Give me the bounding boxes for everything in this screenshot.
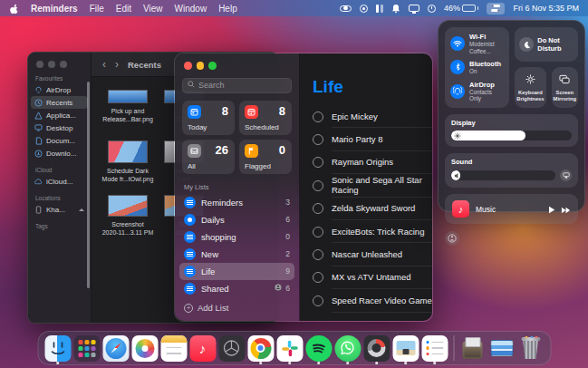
stats-wheel-icon[interactable] [360,5,368,13]
file-item[interactable]: Screenshot2020-11...3.11 PM [101,195,154,237]
back-button[interactable]: ‹ [102,58,106,71]
finder-window-controls[interactable] [28,53,91,68]
reminder-row[interactable]: Sonic and Sega All Star Racing [313,174,432,197]
sidebar-item-device[interactable]: Kha... [31,203,88,216]
menu-edit[interactable]: Edit [116,4,131,14]
sound-slider[interactable] [451,170,555,180]
complete-circle[interactable] [313,111,323,122]
menu-window[interactable]: Window [175,4,207,14]
music-app-icon[interactable]: ♪ [452,200,469,218]
screen-mirroring-control[interactable]: Screen Mirroring [552,67,578,108]
today-icon [188,105,201,119]
reminder-row[interactable]: Mario Party 8 [313,128,432,150]
list-item-dailys[interactable]: Dailys6 [179,211,294,228]
reminder-row[interactable]: Rayman Origins [313,151,432,174]
columns-icon[interactable] [376,5,383,13]
sidebar-item-desktop[interactable]: Desktop [31,121,88,134]
sidebar-toggle-icon[interactable] [340,5,352,12]
next-track-button[interactable] [561,201,571,218]
control-center-icon[interactable] [487,3,505,15]
dock-item-reminders[interactable] [421,335,448,362]
dock-item-trash[interactable] [517,335,544,362]
reminder-row[interactable]: Zelda Skyward Sword [313,198,432,220]
do-not-disturb-control[interactable]: Do Not Disturb [515,27,578,62]
sidebar-item-icloud-drive[interactable]: iCloud... [31,175,88,188]
list-item-shopping[interactable]: shopping0 [179,228,294,246]
menu-file[interactable]: File [90,4,104,14]
smart-list-all[interactable]: 26 All [182,140,235,174]
complete-circle[interactable] [313,134,323,145]
sidebar-item-documents[interactable]: Docum... [31,134,88,147]
wifi-icon[interactable] [450,36,465,51]
eject-icon[interactable] [79,208,84,211]
smart-list-scheduled[interactable]: 8 Scheduled [239,101,292,135]
dock-item-documents-window[interactable] [488,335,515,362]
dock-item-launchpad[interactable] [73,335,100,362]
apple-menu-icon[interactable] [9,3,19,15]
menu-help[interactable]: Help [218,4,237,14]
list-item-life[interactable]: Life9 [179,263,294,280]
reminder-row[interactable]: ExciteBots: Trick Racing [313,220,432,243]
search-input[interactable]: Search [182,78,292,93]
dock-item-music[interactable]: ♪ [189,335,216,362]
dock-item-chrome[interactable] [247,335,274,362]
time-machine-icon[interactable] [428,5,436,13]
dock-item-preview[interactable] [392,335,419,362]
add-list-button[interactable]: +Add List [184,303,228,313]
dock-item-safari[interactable] [102,335,129,362]
plus-icon: + [184,304,193,313]
dock-item-whatsapp[interactable] [334,335,361,362]
dock-item-downloads-stack[interactable] [459,335,486,362]
battery-indicator[interactable]: 46% [444,4,479,13]
airdrop-icon[interactable] [450,84,465,99]
complete-circle[interactable] [313,157,323,168]
sidebar-item-applications[interactable]: Applica... [31,109,88,121]
file-item[interactable]: Pick up andRelease...Bar.png [101,90,154,124]
reminder-row[interactable]: Epic Mickey [313,105,432,128]
display-menu-icon[interactable] [409,5,419,12]
reminders-window-controls[interactable] [175,53,299,70]
file-item[interactable]: Schedule DarkMode fr...tOwl.png [101,140,154,184]
complete-circle[interactable] [313,180,323,191]
sidebar-item-airdrop[interactable]: AirDrop [31,83,88,96]
dock-item-ring-chart-app[interactable] [363,335,390,362]
bluetooth-control[interactable]: BluetoothOn [450,60,504,75]
complete-circle[interactable] [313,295,323,306]
dock-item-spotify[interactable] [305,335,332,362]
wifi-control[interactable]: Wi-FiModernist Coffee... [450,33,504,54]
dock-item-finder[interactable] [44,335,71,362]
list-item-reminders[interactable]: Reminders3 [179,194,294,211]
dock-item-photos[interactable] [131,335,158,362]
display-slider[interactable] [451,131,572,140]
complete-circle[interactable] [313,249,323,260]
chrome-icon [247,335,274,362]
list-item-new[interactable]: New2 [179,246,294,263]
sidebar-item-recents[interactable]: Recents [31,96,88,109]
dock-item-slack[interactable] [276,335,303,362]
accessibility-shortcuts-button[interactable] [445,231,459,246]
complete-circle[interactable] [313,203,323,214]
sidebar-item-downloads[interactable]: Downlo... [31,147,88,160]
reminder-row[interactable]: MX vs ATV Untamed [313,266,432,289]
bluetooth-icon[interactable] [450,60,465,74]
reminder-row[interactable]: Nascar Unleashed [313,243,432,266]
notification-bell-icon[interactable] [391,4,400,14]
dock-item-dark-disc-app[interactable] [218,335,245,362]
list-item-shared[interactable]: Shared6 [179,280,294,297]
airdrop-control[interactable]: AirDropContacts Only [450,81,504,102]
complete-circle[interactable] [313,227,323,237]
forward-button[interactable]: › [115,58,119,71]
complete-circle[interactable] [313,272,323,283]
sidebar-scrollbar[interactable] [87,82,90,288]
airplay-button[interactable] [560,169,572,181]
menu-view[interactable]: View [143,4,163,14]
keyboard-brightness-control[interactable]: Keyboard Brightness [515,67,545,108]
play-button[interactable] [548,201,555,218]
smart-list-today[interactable]: 8 Today [182,101,235,135]
reminder-row[interactable]: Speed Racer Video Game [313,289,432,312]
moon-icon [519,37,534,52]
menu-clock[interactable]: Fri 6 Nov 5:35 PM [513,4,579,13]
dock-item-notes[interactable] [160,335,187,362]
menu-app-name[interactable]: Reminders [31,4,78,14]
smart-list-flagged[interactable]: 0 Flagged [239,140,292,174]
